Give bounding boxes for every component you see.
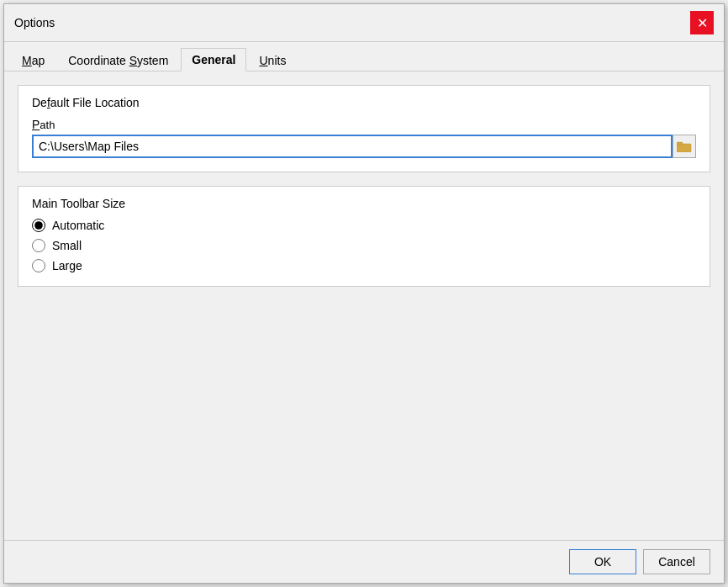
dialog-title: Options (14, 16, 55, 29)
content-area: Default File Location Path Main Toolbar … (4, 71, 724, 540)
toolbar-size-radio-group: Automatic Small Large (32, 219, 696, 272)
radio-small-label[interactable]: Small (32, 239, 696, 252)
file-location-title: Default File Location (32, 96, 696, 109)
toolbar-size-title: Main Toolbar Size (32, 197, 696, 210)
tab-general-label: General (192, 53, 235, 66)
folder-icon (677, 140, 692, 152)
radio-large-label[interactable]: Large (32, 259, 696, 272)
close-button[interactable]: ✕ (690, 11, 714, 34)
radio-automatic[interactable] (32, 219, 45, 232)
tab-map-label: Map (22, 54, 45, 67)
browse-button[interactable] (673, 135, 696, 158)
path-row (32, 135, 696, 158)
radio-large-text: Large (52, 259, 82, 272)
file-location-section: Default File Location Path (18, 85, 710, 172)
radio-automatic-label[interactable]: Automatic (32, 219, 696, 232)
cancel-button[interactable]: Cancel (643, 549, 710, 574)
radio-small[interactable] (32, 239, 45, 252)
ok-button[interactable]: OK (569, 549, 636, 574)
tab-units-label: Units (259, 54, 286, 67)
tab-coordinate-system-label: Coordinate System (68, 54, 168, 67)
footer: OK Cancel (4, 540, 724, 583)
tab-general[interactable]: General (181, 48, 246, 71)
radio-large[interactable] (32, 259, 45, 272)
svg-rect-0 (677, 144, 691, 152)
path-input[interactable] (32, 135, 673, 158)
tab-units[interactable]: Units (248, 49, 297, 71)
svg-rect-1 (677, 142, 683, 145)
tab-bar: Map Coordinate System General Units (4, 42, 724, 71)
tab-map[interactable]: Map (11, 49, 55, 71)
title-bar: Options ✕ (4, 4, 724, 42)
options-dialog: Options ✕ Map Coordinate System General … (3, 3, 725, 584)
path-label: Path (32, 118, 696, 131)
tab-coordinate-system[interactable]: Coordinate System (57, 49, 179, 71)
toolbar-size-section: Main Toolbar Size Automatic Small Large (18, 186, 710, 287)
radio-automatic-text: Automatic (52, 219, 104, 232)
radio-small-text: Small (52, 239, 82, 252)
